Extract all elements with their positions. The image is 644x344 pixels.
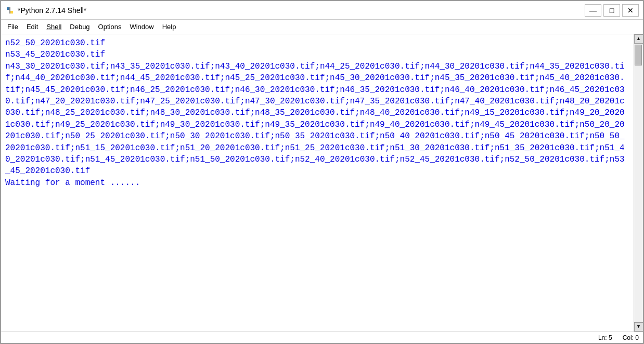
python-icon [5,6,15,15]
svg-rect-0 [7,7,9,10]
close-button[interactable]: ✕ [622,4,639,17]
terminal-output[interactable]: n52_50_20201c030.tif n53_45_20201c030.ti… [1,34,634,332]
title-bar: *Python 2.7.14 Shell* — □ ✕ [1,1,643,20]
scroll-up-button[interactable]: ▲ [634,34,643,44]
svg-rect-1 [10,11,13,14]
main-window: *Python 2.7.14 Shell* — □ ✕ File Edit Sh… [0,0,644,344]
svg-rect-2 [9,7,10,14]
minimize-button[interactable]: — [585,4,601,17]
terminal-text: n52_50_20201c030.tif n53_45_20201c030.ti… [5,37,629,189]
title-bar-left: *Python 2.7.14 Shell* [5,6,86,15]
menu-bar: File Edit Shell Debug Options Window Hel… [1,20,643,34]
scroll-track[interactable] [634,44,643,322]
column-number: Col: 0 [623,334,639,341]
window-title: *Python 2.7.14 Shell* [18,6,86,15]
menu-window[interactable]: Window [125,21,158,32]
menu-help[interactable]: Help [158,21,181,32]
status-bar: Ln: 5 Col: 0 [1,332,643,343]
menu-edit[interactable]: Edit [22,21,42,32]
menu-shell[interactable]: Shell [42,21,66,32]
menu-debug[interactable]: Debug [66,21,94,32]
menu-file[interactable]: File [3,21,22,32]
scroll-thumb[interactable] [635,45,642,65]
maximize-button[interactable]: □ [603,4,620,17]
menu-options[interactable]: Options [94,21,126,32]
content-area: n52_50_20201c030.tif n53_45_20201c030.ti… [1,34,643,332]
line-number: Ln: 5 [598,334,612,341]
scroll-down-button[interactable]: ▼ [634,322,643,332]
scrollbar[interactable]: ▲ ▼ [634,34,643,332]
title-bar-buttons: — □ ✕ [585,4,639,17]
